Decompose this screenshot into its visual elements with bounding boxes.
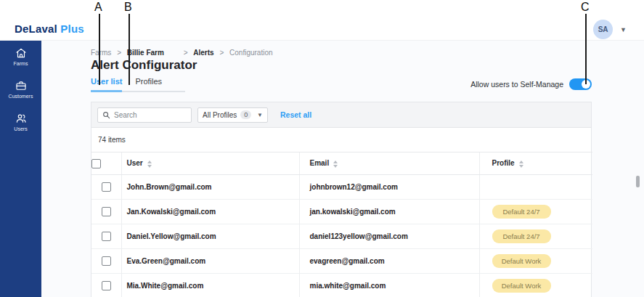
self-manage-label: Allow users to Self-Manage <box>470 80 563 89</box>
sort-icon[interactable] <box>333 160 338 168</box>
breadcrumb-separator: > <box>219 49 224 57</box>
annotation-label-a: A <box>94 1 102 14</box>
column-header-user: User <box>121 152 299 175</box>
profile-badge: Default Work <box>492 254 551 268</box>
breadcrumb-item-configuration: Configuration <box>229 49 272 57</box>
breadcrumb-separator: > <box>184 49 188 57</box>
table-row: Mia.White@gmail.com mia.white@gmail.com … <box>91 274 592 297</box>
breadcrumb-item-alerts[interactable]: Alerts <box>193 49 213 57</box>
annotation-line-a <box>99 14 100 85</box>
table-row: Jan.Kowalski@gmail.com jan.kowalski@gmai… <box>91 200 592 224</box>
scrollbar-thumb[interactable] <box>636 176 640 187</box>
row-checkbox[interactable] <box>102 207 111 216</box>
briefcase-icon <box>15 79 28 92</box>
table-row: Eva.Green@gmail.com evagreen@gmail.com D… <box>91 249 592 274</box>
table-row: John.Brown@gmail.com johnbrown12@gmail.c… <box>91 175 592 200</box>
tab-user-list[interactable]: User list <box>91 77 122 92</box>
table-header-row: User Email Profile <box>91 152 592 175</box>
chevron-down-icon: ▼ <box>257 112 263 118</box>
tab-profiles[interactable]: Profiles <box>135 77 162 91</box>
row-checkbox[interactable] <box>102 281 111 290</box>
self-manage-setting: Allow users to Self-Manage <box>470 78 592 90</box>
annotation-line-b <box>129 14 130 85</box>
logo-primary: DeLaval <box>15 23 57 35</box>
breadcrumb-item-billie-farm[interactable]: Billie Farm <box>127 49 164 57</box>
page-title: Alert Configurator <box>91 58 197 73</box>
logo-accent: Plus <box>60 23 83 35</box>
email-cell: johnbrown12@gmail.com <box>299 175 479 200</box>
row-checkbox[interactable] <box>102 182 111 192</box>
sidebar-item-label: Customers <box>9 94 33 99</box>
reset-all-button[interactable]: Reset all <box>280 110 311 119</box>
profiles-filter-dropdown[interactable]: All Profiles 0 ▼ <box>197 107 268 123</box>
row-checkbox[interactable] <box>102 256 111 266</box>
annotation-label-b: B <box>124 1 132 14</box>
breadcrumb-item-farms[interactable]: Farms <box>91 49 111 57</box>
self-manage-toggle[interactable] <box>569 78 592 90</box>
profiles-filter-count: 0 <box>240 110 251 119</box>
items-count: 74 items <box>91 128 591 152</box>
user-list-card: All Profiles 0 ▼ Reset all 74 items User… <box>91 102 592 297</box>
tab-bar: User list Profiles <box>91 77 185 92</box>
search-box <box>97 107 192 123</box>
column-header-profile: Profile <box>479 152 592 175</box>
sidebar-item-label: Users <box>14 126 27 131</box>
avatar[interactable]: SA <box>593 20 613 39</box>
email-cell: mia.white@gmail.com <box>299 274 479 297</box>
user-cell: Eva.Green@gmail.com <box>121 249 299 274</box>
profiles-filter-label: All Profiles <box>203 111 237 119</box>
table-row: Daniel.Yellow@gmail.com daniel123yellow@… <box>91 224 592 249</box>
user-table: User Email Profile John.Brown@gmail.com … <box>91 152 592 297</box>
delaval-plus-logo[interactable]: DeLaval Plus <box>15 23 84 35</box>
farm-icon <box>15 46 28 60</box>
sidebar: Farms Customers Users <box>0 41 41 297</box>
user-cell: Daniel.Yellow@gmail.com <box>121 224 299 249</box>
breadcrumb-separator: > <box>117 49 121 57</box>
profile-badge: Default 24/7 <box>492 229 551 243</box>
user-cell: Mia.White@gmail.com <box>121 274 299 297</box>
chevron-down-icon[interactable]: ▼ <box>620 26 627 33</box>
profile-badge: Default Work <box>492 279 551 293</box>
sort-icon[interactable] <box>519 160 523 168</box>
sidebar-item-users[interactable]: Users <box>0 112 41 145</box>
sort-icon[interactable] <box>147 160 152 168</box>
filter-bar: All Profiles 0 ▼ Reset all <box>91 102 591 128</box>
profile-badge: Default 24/7 <box>492 205 551 219</box>
email-cell: evagreen@gmail.com <box>299 249 479 274</box>
annotation-line-c <box>585 14 587 84</box>
breadcrumb: Farms > Billie Farm > Alerts > Configura… <box>91 49 277 57</box>
users-icon <box>15 112 28 125</box>
column-header-email: Email <box>299 152 479 175</box>
row-checkbox[interactable] <box>102 232 111 241</box>
user-cell: Jan.Kowalski@gmail.com <box>121 200 299 224</box>
search-icon <box>102 111 110 119</box>
email-cell: daniel123yellow@gmail.com <box>299 224 479 249</box>
account-menu[interactable]: SA ▼ <box>593 20 627 39</box>
select-all-checkbox[interactable] <box>91 159 101 168</box>
email-cell: jan.kowalski@gmail.com <box>299 200 479 224</box>
sidebar-item-label: Farms <box>14 61 28 66</box>
user-cell: John.Brown@gmail.com <box>121 175 299 200</box>
sidebar-item-customers[interactable]: Customers <box>0 79 41 112</box>
annotation-label-c: C <box>581 1 590 14</box>
search-input[interactable] <box>114 111 187 119</box>
sidebar-item-farms[interactable]: Farms <box>0 46 41 79</box>
